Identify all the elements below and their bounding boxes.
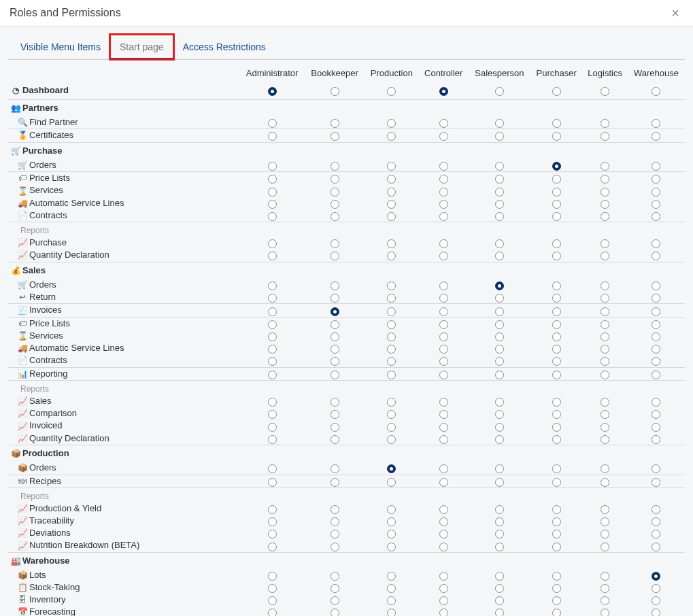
- radio-warehouse-orders[interactable]: [652, 162, 660, 171]
- radio-controller-orders[interactable]: [439, 281, 448, 290]
- radio-bookkeeper-contracts[interactable]: [331, 212, 339, 221]
- radio-purchaser-orders[interactable]: [552, 464, 561, 473]
- radio-bookkeeper-find-partner[interactable]: [331, 119, 339, 128]
- radio-bookkeeper-sales[interactable]: [331, 398, 339, 407]
- radio-salesperson-deviations[interactable]: [495, 530, 504, 538]
- radio-purchaser-sales[interactable]: [552, 398, 561, 407]
- radio-administrator-certificates[interactable]: [268, 132, 277, 141]
- radio-bookkeeper-lots[interactable]: [331, 572, 339, 581]
- radio-logistics-forecasting[interactable]: [601, 609, 609, 616]
- radio-purchaser-lots[interactable]: [552, 572, 561, 581]
- radio-warehouse-certificates[interactable]: [652, 132, 660, 141]
- radio-purchaser-nutrition-breakdown-beta-[interactable]: [552, 543, 561, 551]
- radio-bookkeeper-inventory[interactable]: [331, 596, 339, 605]
- radio-controller-reporting[interactable]: [439, 371, 448, 379]
- radio-purchaser-inventory[interactable]: [552, 596, 561, 605]
- radio-administrator-price-lists[interactable]: [268, 175, 277, 184]
- radio-warehouse-price-lists[interactable]: [652, 175, 660, 184]
- radio-administrator-orders[interactable]: [268, 281, 277, 290]
- radio-controller-services[interactable]: [439, 188, 448, 196]
- radio-purchaser-quantity-declaration[interactable]: [552, 435, 561, 444]
- radio-administrator-nutrition-breakdown-beta-[interactable]: [268, 543, 277, 551]
- radio-logistics-orders[interactable]: [601, 281, 609, 290]
- radio-salesperson-recipes[interactable]: [495, 478, 504, 487]
- radio-warehouse-purchase[interactable]: [652, 239, 660, 248]
- radio-controller-purchase[interactable]: [439, 239, 448, 248]
- radio-administrator-quantity-declaration[interactable]: [268, 435, 277, 444]
- radio-bookkeeper-quantity-declaration[interactable]: [331, 435, 339, 444]
- radio-purchaser-price-lists[interactable]: [552, 320, 561, 329]
- radio-production-nutrition-breakdown-beta-[interactable]: [387, 543, 396, 551]
- radio-production-lots[interactable]: [387, 572, 396, 581]
- radio-warehouse-automatic-service-lines[interactable]: [652, 345, 660, 354]
- radio-salesperson-contracts[interactable]: [495, 212, 504, 221]
- radio-logistics-services[interactable]: [601, 188, 609, 196]
- radio-production-sales[interactable]: [387, 398, 396, 407]
- radio-purchaser-purchase[interactable]: [552, 239, 561, 248]
- radio-bookkeeper-automatic-service-lines[interactable]: [331, 345, 339, 354]
- radio-logistics-dashboard[interactable]: [601, 87, 609, 96]
- radio-warehouse-stock-taking[interactable]: [652, 584, 660, 593]
- radio-production-dashboard[interactable]: [387, 87, 396, 96]
- radio-administrator-contracts[interactable]: [268, 212, 277, 221]
- radio-production-services[interactable]: [387, 332, 396, 341]
- radio-warehouse-nutrition-breakdown-beta-[interactable]: [652, 543, 660, 551]
- radio-controller-recipes[interactable]: [439, 478, 448, 487]
- radio-administrator-orders[interactable]: [268, 162, 277, 171]
- radio-salesperson-orders[interactable]: [495, 162, 504, 171]
- radio-administrator-price-lists[interactable]: [268, 320, 277, 329]
- radio-production-forecasting[interactable]: [387, 609, 396, 616]
- radio-logistics-inventory[interactable]: [601, 596, 609, 605]
- radio-production-quantity-declaration[interactable]: [387, 435, 396, 444]
- radio-logistics-reporting[interactable]: [601, 371, 609, 379]
- radio-bookkeeper-invoices[interactable]: [331, 307, 339, 316]
- radio-production-traceability[interactable]: [387, 517, 396, 526]
- radio-bookkeeper-contracts[interactable]: [331, 357, 339, 366]
- radio-controller-contracts[interactable]: [439, 212, 448, 221]
- radio-logistics-contracts[interactable]: [601, 357, 609, 366]
- radio-administrator-deviations[interactable]: [268, 530, 277, 538]
- radio-controller-comparison[interactable]: [439, 410, 448, 419]
- radio-production-contracts[interactable]: [387, 212, 396, 221]
- radio-bookkeeper-dashboard[interactable]: [331, 87, 339, 96]
- radio-purchaser-invoiced[interactable]: [552, 423, 561, 432]
- radio-bookkeeper-comparison[interactable]: [331, 410, 339, 419]
- radio-administrator-orders[interactable]: [268, 464, 277, 473]
- radio-production-purchase[interactable]: [387, 239, 396, 248]
- radio-warehouse-price-lists[interactable]: [652, 320, 660, 329]
- radio-logistics-purchase[interactable]: [601, 239, 609, 248]
- radio-bookkeeper-services[interactable]: [331, 188, 339, 196]
- radio-warehouse-contracts[interactable]: [652, 212, 660, 221]
- radio-production-invoiced[interactable]: [387, 423, 396, 432]
- radio-controller-forecasting[interactable]: [439, 609, 448, 616]
- radio-controller-contracts[interactable]: [439, 357, 448, 366]
- radio-salesperson-nutrition-breakdown-beta-[interactable]: [495, 543, 504, 551]
- radio-salesperson-forecasting[interactable]: [495, 609, 504, 616]
- radio-salesperson-certificates[interactable]: [495, 132, 504, 141]
- radio-production-contracts[interactable]: [387, 357, 396, 366]
- radio-controller-return[interactable]: [439, 294, 448, 303]
- radio-warehouse-invoices[interactable]: [652, 307, 660, 316]
- radio-warehouse-quantity-declaration[interactable]: [652, 252, 660, 260]
- radio-logistics-comparison[interactable]: [601, 410, 609, 419]
- radio-warehouse-recipes[interactable]: [652, 478, 660, 487]
- radio-warehouse-reporting[interactable]: [652, 371, 660, 379]
- radio-administrator-invoiced[interactable]: [268, 423, 277, 432]
- radio-warehouse-contracts[interactable]: [652, 357, 660, 366]
- radio-bookkeeper-invoiced[interactable]: [331, 423, 339, 432]
- radio-bookkeeper-orders[interactable]: [331, 464, 339, 473]
- radio-administrator-find-partner[interactable]: [268, 119, 277, 128]
- radio-logistics-stock-taking[interactable]: [601, 584, 609, 593]
- radio-purchaser-find-partner[interactable]: [552, 119, 561, 128]
- radio-salesperson-services[interactable]: [495, 332, 504, 341]
- radio-salesperson-orders[interactable]: [495, 464, 504, 473]
- radio-administrator-forecasting[interactable]: [268, 609, 277, 616]
- radio-controller-orders[interactable]: [439, 162, 448, 171]
- radio-administrator-services[interactable]: [268, 332, 277, 341]
- radio-purchaser-contracts[interactable]: [552, 212, 561, 221]
- radio-purchaser-deviations[interactable]: [552, 530, 561, 538]
- radio-controller-quantity-declaration[interactable]: [439, 252, 448, 260]
- radio-salesperson-production-yield[interactable]: [495, 505, 504, 514]
- close-button[interactable]: ×: [667, 5, 683, 20]
- radio-salesperson-automatic-service-lines[interactable]: [495, 345, 504, 354]
